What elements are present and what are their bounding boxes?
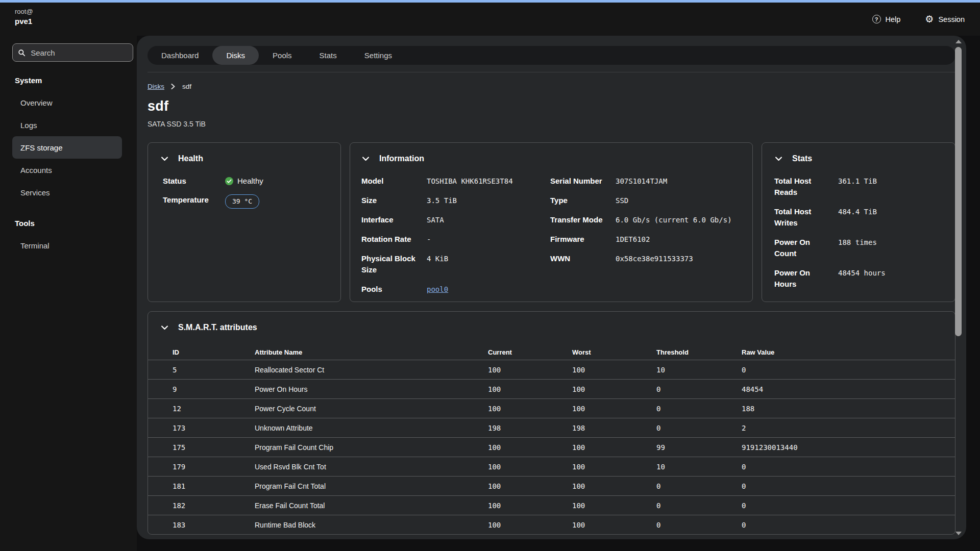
field-label: WWN [550,253,616,264]
value-cell: 48454 [742,385,955,393]
information-field-pools: Poolspool0 [361,284,550,295]
tab-dashboard[interactable]: Dashboard [148,46,212,65]
value-cell: 100 [572,502,656,510]
attribute-name-cell: Used Rsvd Blk Cnt Tot [255,463,488,471]
value-cell: 100 [488,482,572,490]
chevron-right-icon [171,84,176,89]
field-label: Transfer Mode [550,214,616,226]
information-field-size: Size3.5 TiB [361,195,550,206]
information-field-transfer-mode: Transfer Mode6.0 Gb/s (current 6.0 Gb/s) [550,214,741,226]
value-cell: 0 [742,463,955,471]
field-value: 3.5 TiB [427,195,550,206]
information-field-rotation-rate: Rotation Rate- [361,234,550,245]
health-card-title: Health [178,154,203,163]
smart-table-row-181[interactable]: 181Program Fail Cnt Total10010000 [148,476,955,495]
value-cell: 0 [742,502,955,510]
value-cell: 100 [572,405,656,413]
tab-disks[interactable]: Disks [212,46,259,65]
sidebar-item-logs[interactable]: Logs [12,114,122,136]
attribute-name-cell: Erase Fail Count Total [255,502,488,510]
column-header-id: ID [173,348,255,356]
field-label: Size [361,195,427,206]
scroll-down-arrow-icon[interactable] [955,532,962,535]
smart-table-row-5[interactable]: 5Reallocated Sector Ct100100100 [148,360,955,379]
check-circle-icon [225,177,233,185]
user-prefix: root@ [15,8,33,15]
pool-link-pool0[interactable]: pool0 [427,285,448,293]
field-label: Rotation Rate [361,234,427,245]
smart-table-row-183[interactable]: 183Runtime Bad Block10010000 [148,515,955,534]
scrollbar-thumb[interactable] [955,47,962,336]
sidebar-section-gap [0,204,137,212]
field-label: Firmware [550,234,616,245]
column-header-threshold: Threshold [656,348,742,356]
field-value: 0x58ce38e911533373 [616,253,741,264]
information-collapse-toggle[interactable] [362,157,369,161]
field-label: Model [361,176,427,187]
smart-table-row-173[interactable]: 173Unknown Attribute19819802 [148,418,955,437]
value-cell: 198 [572,424,656,432]
information-field-physical-block-size: Physical Block Size4 KiB [361,253,550,276]
hostname[interactable]: pve1 [15,17,32,26]
information-field-interface: InterfaceSATA [361,214,550,226]
attribute-name-cell: Unknown Attribute [255,424,488,432]
field-value: pool0 [427,284,550,295]
field-value: 6.0 Gb/s (current 6.0 Gb/s) [616,214,741,226]
search-input[interactable] [30,48,127,58]
breadcrumb: Disks sdf [148,83,955,90]
breadcrumb-link-disks[interactable]: Disks [148,83,164,90]
value-cell: 0 [656,482,742,490]
sidebar-item-zfs-storage[interactable]: ZFS storage [12,136,122,159]
smart-table: IDAttribute NameCurrentWorstThresholdRaw… [148,344,955,534]
tab-pools[interactable]: Pools [259,46,306,65]
smart-table-row-179[interactable]: 179Used Rsvd Blk Cnt Tot100100100 [148,457,955,476]
smart-table-row-175[interactable]: 175Program Fail Count Chip10010099919123… [148,437,955,457]
status-value: Healthy [237,176,263,187]
attribute-name-cell: Power Cycle Count [255,405,488,413]
search-box[interactable] [12,43,133,62]
sidebar-item-services[interactable]: Services [12,181,122,204]
help-button[interactable]: ? Help [869,14,904,24]
value-cell: 188 [742,405,955,413]
information-card: Information ModelTOSHIBA KHK61RSE3T84Siz… [350,142,753,302]
information-left-column: ModelTOSHIBA KHK61RSE3T84Size3.5 TiBInte… [361,176,550,303]
tab-stats[interactable]: Stats [306,46,351,65]
value-cell: 100 [572,463,656,471]
smart-table-row-182[interactable]: 182Erase Fail Count Total10010000 [148,495,955,515]
help-icon: ? [872,15,881,23]
tab-settings[interactable]: Settings [351,46,406,65]
page-subtitle: SATA SSD 3.5 TiB [148,120,955,128]
health-collapse-toggle[interactable] [161,157,168,161]
chevron-down-icon [775,157,782,161]
vertical-scrollbar[interactable] [954,38,963,537]
topbar: root@ pve1 ? Help ⚙ Session [0,3,980,36]
information-field-model: ModelTOSHIBA KHK61RSE3T84 [361,176,550,187]
value-cell: 100 [488,463,572,471]
attribute-name-cell: Reallocated Sector Ct [255,366,488,374]
field-value: TOSHIBA KHK61RSE3T84 [427,176,550,187]
value-cell: 2 [742,424,955,432]
value-cell: 0 [656,424,742,432]
column-header-worst: Worst [572,348,656,356]
value-cell: 0 [656,405,742,413]
sidebar-item-overview[interactable]: Overview [12,91,122,114]
sidebar: SystemOverviewLogsZFS storageAccountsSer… [0,36,137,551]
smart-attributes-card: S.M.A.R.T. attributes IDAttribute NameCu… [148,311,955,535]
field-value: 4 KiB [427,253,550,276]
session-button[interactable]: ⚙ Session [922,14,968,24]
value-cell: 0 [742,366,955,374]
value-cell: 100 [488,385,572,393]
value-cell: 10 [656,366,742,374]
sidebar-item-terminal[interactable]: Terminal [12,234,122,257]
field-value: SATA [427,214,550,226]
smart-table-row-12[interactable]: 12Power Cycle Count1001000188 [148,398,955,418]
stats-collapse-toggle[interactable] [775,157,782,161]
attribute-name-cell: Program Fail Cnt Total [255,482,488,490]
panel-header: DashboardDisksPoolsStatsSettings [148,36,955,72]
sidebar-item-accounts[interactable]: Accounts [12,159,122,181]
smart-collapse-toggle[interactable] [161,325,168,330]
scroll-up-arrow-icon[interactable] [955,40,962,43]
column-header-raw-value: Raw Value [742,348,955,356]
value-cell: 0 [656,385,742,393]
smart-table-row-9[interactable]: 9Power On Hours100100048454 [148,379,955,398]
